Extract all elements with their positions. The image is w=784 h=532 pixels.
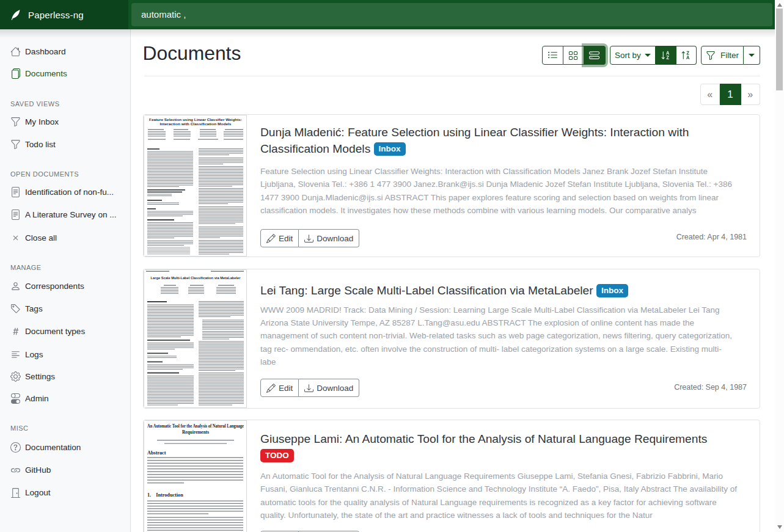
svg-text:Requirements: Requirements — [182, 429, 209, 435]
svg-text:Interaction with Classificatio: Interaction with Classification Models — [160, 122, 232, 126]
svg-text:1. Introduction: 1. Introduction — [147, 492, 183, 498]
svg-text:Abstract: Abstract — [147, 450, 166, 456]
svg-text:Large Scale Multi-Label Classi: Large Scale Multi-Label Classification v… — [151, 275, 241, 280]
svg-text:Feature Selection using Linear: Feature Selection using Linear Classifie… — [149, 118, 242, 122]
svg-text:An Automatic Tool for the Anal: An Automatic Tool for the Analysis of Na… — [147, 423, 244, 429]
